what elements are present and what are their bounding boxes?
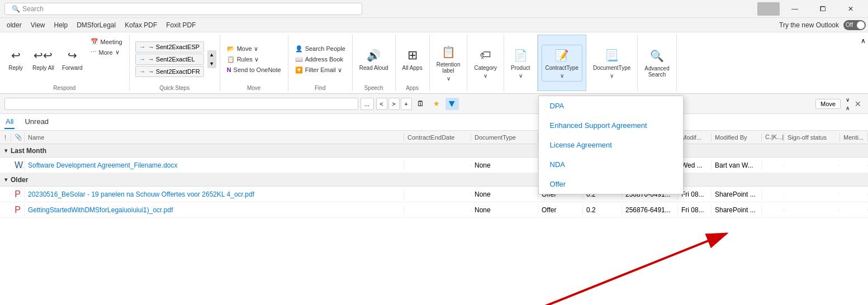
col-header-name[interactable]: Name bbox=[25, 133, 404, 142]
menu-item-older[interactable]: older bbox=[2, 20, 26, 30]
nav-next-button[interactable]: > bbox=[388, 98, 400, 110]
funnel-button[interactable]: ⯆ bbox=[445, 98, 459, 110]
group-header-older[interactable]: ▾ Older bbox=[0, 173, 868, 187]
advanced-search-button[interactable]: 🔍 AdvancedSearch bbox=[641, 46, 672, 80]
all-apps-button[interactable]: ⊞ All Apps bbox=[399, 45, 426, 73]
table-row[interactable]: W Software Development Agreement_Filenam… bbox=[0, 158, 868, 173]
dropdown-item-offer[interactable]: Offer bbox=[539, 174, 683, 194]
content-close-button[interactable]: ✕ bbox=[852, 98, 864, 109]
move-dropdown-button[interactable]: 📂 Move ∨ bbox=[224, 44, 284, 54]
send-to-onenote-button[interactable]: N Send to OneNote bbox=[224, 65, 284, 74]
minimize-button[interactable]: — bbox=[782, 0, 808, 18]
address-book-button[interactable]: 📖 Address Book bbox=[292, 55, 349, 64]
quicksteps-group-label: Quick Steps bbox=[159, 84, 189, 91]
menu-item-foxit[interactable]: Foxit PDF bbox=[162, 20, 200, 30]
col-header-signoff[interactable]: Sign-off status bbox=[784, 133, 840, 142]
star-button[interactable]: ★ bbox=[430, 98, 443, 110]
col-header-menti[interactable]: Menti... bbox=[840, 133, 868, 142]
quickstep-esp[interactable]: → → Sent2ExactESP bbox=[135, 41, 204, 53]
speech-group-label: Speech bbox=[364, 84, 383, 91]
search-people-label: Search People bbox=[305, 45, 345, 52]
toggle-off-label: Off bbox=[846, 22, 853, 28]
row2-doctype: None bbox=[471, 189, 538, 199]
group-label-older: Older bbox=[11, 176, 28, 184]
close-button[interactable]: ✕ bbox=[838, 0, 864, 18]
contract-type-icon: 📝 bbox=[554, 47, 570, 63]
quicksteps-scroll-up[interactable]: ▲ bbox=[207, 50, 216, 59]
search-bar[interactable]: 🔍 Search bbox=[4, 3, 362, 15]
table-header: ! 📎 Name ContractEndDate DocumentType Co… bbox=[0, 131, 868, 144]
row3-attach: P bbox=[11, 204, 25, 216]
quick-steps-list: → → Sent2ExactESP → → Sent2ExactEL → → S… bbox=[133, 40, 206, 78]
nav-prev-button[interactable]: < bbox=[376, 98, 387, 110]
quicksteps-scroll-down[interactable]: ▼ bbox=[207, 59, 216, 68]
col-header-flag[interactable]: ! bbox=[0, 133, 11, 142]
col-header-modifiedby[interactable]: Modified By bbox=[712, 133, 762, 142]
menu-item-kofax[interactable]: Kofax PDF bbox=[120, 20, 162, 30]
qs-label-1: → Sent2ExactESP bbox=[148, 44, 200, 50]
title-bar-controls: — ⧠ ✕ bbox=[757, 0, 864, 18]
reply-button[interactable]: ↩ Reply bbox=[3, 45, 28, 73]
quickstep-dfr[interactable]: → → Sent2ExactDFR bbox=[135, 66, 204, 77]
dropdown-item-license[interactable]: License Agreement bbox=[539, 135, 683, 155]
menu-item-dmslegal[interactable]: DMSforLegal bbox=[72, 20, 120, 30]
content-collapse-down[interactable]: ∧ bbox=[845, 104, 850, 112]
row2-file-icon: P bbox=[15, 189, 21, 199]
retention-label-text: Retentionlabel bbox=[437, 61, 461, 74]
group-header-lastmonth[interactable]: ▾ Last Month bbox=[0, 144, 868, 158]
forward-button[interactable]: ↪ Forward bbox=[59, 45, 86, 73]
row2-menti bbox=[840, 193, 868, 196]
ribbon-group-move: 📂 Move ∨ 📋 Rules ∨ N Send to OneNote Mov… bbox=[220, 35, 288, 91]
document-type-icon: 📃 bbox=[604, 47, 620, 63]
meeting-label: Meeting bbox=[101, 39, 122, 45]
col-header-doctype[interactable]: DocumentType bbox=[471, 133, 538, 142]
forward-icon: ↪ bbox=[64, 47, 80, 63]
dropdown-item-enhanced-support[interactable]: Enhanced Support Agreement bbox=[539, 116, 683, 135]
category-items: 🏷 Category ∨ bbox=[471, 35, 500, 91]
rules-button[interactable]: 📋 Rules ∨ bbox=[224, 55, 284, 64]
menu-item-view[interactable]: View bbox=[26, 20, 50, 30]
dropdown-item-nda[interactable]: NDA bbox=[539, 155, 683, 174]
product-icon: 📄 bbox=[513, 47, 528, 63]
category-button[interactable]: 🏷 Category ∨ bbox=[471, 45, 500, 81]
table-row[interactable]: P 20230516_BeSolar - 19 panelen na Schou… bbox=[0, 187, 868, 202]
contract-type-button[interactable]: 📝 ContractType ∨ bbox=[542, 45, 582, 82]
calendar-button[interactable]: 🗓 bbox=[414, 98, 428, 110]
move-icon: 📂 bbox=[227, 45, 235, 53]
quickstep-el[interactable]: → → Sent2ExactEL bbox=[135, 54, 204, 65]
col-header-contractend[interactable]: ContractEndDate bbox=[404, 133, 471, 142]
maximize-button[interactable]: ⧠ bbox=[810, 0, 836, 18]
col-header-ck[interactable]: C.|K...|⊕ bbox=[762, 132, 784, 142]
filter-email-button[interactable]: 🔽 Filter Email ∨ bbox=[292, 65, 349, 75]
search-people-button[interactable]: 👤 Search People bbox=[292, 44, 349, 54]
row3-contractty: Offer bbox=[538, 205, 583, 215]
menu-item-help[interactable]: Help bbox=[49, 20, 72, 30]
more-button[interactable]: ⋯ More ∨ bbox=[87, 47, 126, 57]
outlook-toggle[interactable]: Off bbox=[843, 20, 866, 30]
table-row[interactable]: P GettingStartedWithDMSforLegaiuoiuiui1)… bbox=[0, 202, 868, 218]
contracttype-items: 📝 ContractType ∨ bbox=[542, 35, 582, 90]
row2-attach: P bbox=[11, 188, 25, 201]
col-header-attach[interactable]: 📎 bbox=[11, 132, 25, 142]
row3-modif: Fri 08... bbox=[678, 205, 712, 215]
tab-unread[interactable]: Unread bbox=[23, 115, 50, 129]
meeting-button[interactable]: 📅 Meeting bbox=[87, 37, 126, 46]
filter-input[interactable] bbox=[4, 98, 358, 110]
product-button[interactable]: 📄 Product ∨ bbox=[507, 45, 533, 81]
filter-dropdown-button[interactable]: ... bbox=[361, 98, 374, 110]
move-action-button[interactable]: Move bbox=[815, 99, 841, 109]
doctype-items: 📃 DocumentType ∨ bbox=[590, 35, 634, 91]
retention-label-button[interactable]: 📋 Retentionlabel ∨ bbox=[433, 42, 464, 84]
content-collapse-up[interactable]: ∨ bbox=[845, 96, 850, 103]
retention-items: 📋 Retentionlabel ∨ bbox=[433, 35, 464, 91]
read-aloud-label: Read Aloud bbox=[359, 65, 388, 71]
address-book-label: Address Book bbox=[305, 56, 343, 63]
tab-all[interactable]: All bbox=[4, 115, 15, 129]
reply-all-button[interactable]: ↩↩ Reply All bbox=[29, 45, 58, 73]
nav-add-button[interactable]: + bbox=[401, 98, 412, 110]
document-type-button[interactable]: 📃 DocumentType ∨ bbox=[590, 45, 634, 81]
product-items: 📄 Product ∨ bbox=[507, 35, 533, 91]
dropdown-item-dpa[interactable]: DPA bbox=[539, 96, 683, 116]
ribbon-collapse-button[interactable]: ∧ bbox=[861, 37, 866, 45]
read-aloud-button[interactable]: 🔊 Read Aloud bbox=[356, 45, 392, 73]
